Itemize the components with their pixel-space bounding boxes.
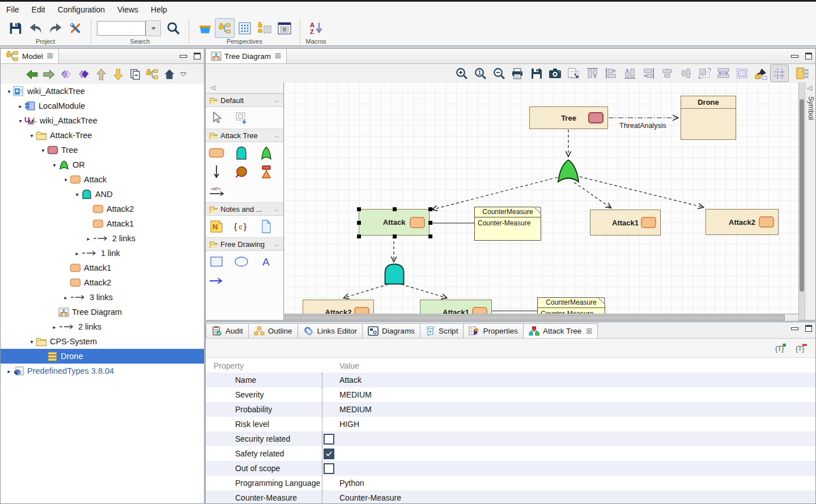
align-bottom-button[interactable] [620, 65, 639, 82]
tab-links-editor[interactable]: Links Editor [298, 323, 363, 338]
navigate-forward-button[interactable] [42, 68, 56, 81]
settings-button[interactable] [65, 18, 85, 38]
tree-item-predefinedtypes-3-8-04[interactable]: ▸PredefinedTypes 3.8.04 [1, 364, 204, 378]
minimize-button[interactable] [180, 55, 187, 58]
home-button[interactable] [163, 68, 176, 80]
menu-file[interactable]: File [0, 2, 26, 18]
add-template-button[interactable]: {T} [775, 343, 787, 353]
tree-item-wiki-attacktree[interactable]: ▾UMLwiki_AttackTree [1, 113, 204, 128]
perspective-window-button[interactable] [274, 18, 294, 38]
tree-item-attack1[interactable]: Attack1 [1, 216, 204, 231]
block-node-drone[interactable]: Drone [681, 96, 736, 140]
tree-item-tree-diagram[interactable]: Tree Diagram [1, 305, 204, 319]
perspective-project-button[interactable] [195, 18, 215, 38]
selection-handle[interactable] [357, 234, 361, 238]
attack-node-attack2[interactable]: Attack2 [706, 209, 779, 235]
menu-help[interactable]: Help [144, 2, 173, 18]
expander-icon[interactable]: ▸ [84, 236, 92, 242]
center-vertical-button[interactable] [658, 65, 677, 82]
symbol-panel-button[interactable] [793, 65, 812, 82]
macros-sort-button[interactable]: AZ [306, 18, 326, 38]
attack-node-attack2[interactable]: Attack2 [303, 300, 374, 314]
tree-item-drone[interactable]: Drone [1, 349, 204, 364]
palette-collapse-button[interactable]: ◁ [206, 82, 283, 93]
minimize-button[interactable] [791, 327, 798, 330]
tree-item-localmodule[interactable]: ▸LocalModule [1, 99, 204, 113]
diagram-canvas[interactable]: TreeAttackAttack1Attack2Attack2Attack1Dr… [284, 82, 798, 314]
move-up-button[interactable] [95, 68, 108, 81]
selection-handle[interactable] [428, 221, 432, 225]
expander-icon[interactable]: ▸ [16, 103, 24, 109]
rectangle-tool[interactable] [208, 254, 225, 270]
menu-views[interactable]: Views [111, 2, 144, 18]
next-diagram-button[interactable] [77, 67, 91, 81]
constraint-tool[interactable]: {c} [233, 219, 250, 234]
tab-script[interactable]: Script [420, 323, 464, 338]
tree-item-3-links[interactable]: ▸3 links [1, 290, 204, 305]
toggle-grid-button[interactable] [770, 65, 789, 82]
property-value[interactable] [322, 446, 815, 461]
link-tool[interactable] [208, 164, 225, 180]
tree-item-or[interactable]: ▾OR [1, 157, 204, 172]
perspective-explorer-button[interactable] [254, 18, 274, 38]
tree-item-2-links[interactable]: ▸2 links [1, 231, 204, 246]
palette-section-default[interactable]: Default↔ [206, 93, 283, 107]
maximize-button[interactable] [805, 53, 812, 59]
align-right-button[interactable] [639, 65, 658, 82]
navigate-back-button[interactable] [26, 68, 39, 81]
transfer-tool[interactable] [258, 164, 275, 180]
countermeasure-note[interactable]: CounterMeasureCounter-Measure [474, 207, 541, 241]
expander-icon[interactable]: ▾ [50, 162, 58, 168]
note-tool[interactable]: N [208, 219, 225, 234]
comment-tool[interactable] [258, 219, 275, 234]
tree-item-attack[interactable]: ▾Attack [1, 172, 204, 187]
at-link-tool[interactable]: «AT» [208, 183, 225, 199]
center-horizontal-button[interactable] [677, 65, 695, 82]
property-value[interactable]: MEDIUM [322, 387, 815, 402]
zoom-reset-button[interactable]: 1 [471, 65, 490, 82]
expander-icon[interactable]: ▾ [5, 88, 13, 95]
capture-selection-button[interactable] [564, 65, 583, 82]
expander-icon[interactable]: ▾ [39, 147, 47, 153]
menu-configuration[interactable]: Configuration [52, 2, 111, 18]
move-down-button[interactable] [112, 68, 125, 81]
tree-item-and[interactable]: ▾AND [1, 187, 204, 202]
countermeasure-note[interactable]: CounterMeasureCounter-Measure [537, 297, 605, 314]
tab-tree-diagram[interactable]: Tree Diagram ☒ [206, 49, 287, 63]
attack-node-tree[interactable]: Tree [529, 106, 608, 129]
selection-handle[interactable] [393, 207, 397, 211]
expander-icon[interactable]: ▸ [62, 294, 70, 301]
selection-handle[interactable] [357, 221, 361, 225]
save-button[interactable] [6, 18, 26, 38]
selection-handle[interactable] [428, 234, 432, 238]
expander-icon[interactable]: ▸ [73, 250, 81, 257]
tab-diagrams[interactable]: Diagrams [363, 323, 420, 338]
tab-properties[interactable]: Properties [464, 323, 524, 338]
attack-node-tool[interactable] [208, 145, 225, 161]
property-value[interactable]: Attack [322, 373, 815, 387]
arrow-tool[interactable] [208, 273, 225, 289]
zoom-out-button[interactable] [490, 65, 508, 82]
tree-item-attack2[interactable]: Attack2 [1, 275, 204, 290]
selection-handle[interactable] [428, 207, 432, 211]
expand-section-icon[interactable]: ↔ [274, 241, 280, 247]
tree-item-attack-tree[interactable]: ▾Attack-Tree [1, 128, 204, 143]
or-gate-tool[interactable] [258, 145, 275, 161]
expand-section-icon[interactable]: ↔ [274, 206, 280, 212]
tree-item-wiki-attacktree[interactable]: ▾wiki_AttackTree [1, 84, 204, 99]
palette-section-free-drawing[interactable]: Free Drawing↔ [206, 237, 283, 251]
checkbox[interactable] [324, 463, 334, 474]
tab-attack-tree[interactable]: Attack Tree☒ [524, 323, 598, 338]
maximize-button[interactable] [194, 53, 201, 59]
expander-icon[interactable]: ▾ [16, 118, 24, 124]
format-paint-button[interactable] [751, 65, 770, 82]
tab-audit[interactable]: Audit [206, 323, 249, 338]
fit-area-button[interactable] [733, 65, 751, 82]
expander-icon[interactable]: ▸ [50, 324, 58, 330]
tab-model[interactable]: Model ☒ [1, 49, 59, 63]
duplicate-button[interactable] [129, 68, 142, 81]
text-tool[interactable]: A [258, 254, 275, 270]
expander-icon[interactable]: ▸ [5, 368, 13, 374]
previous-diagram-button[interactable] [60, 67, 73, 81]
property-value[interactable] [322, 461, 815, 476]
